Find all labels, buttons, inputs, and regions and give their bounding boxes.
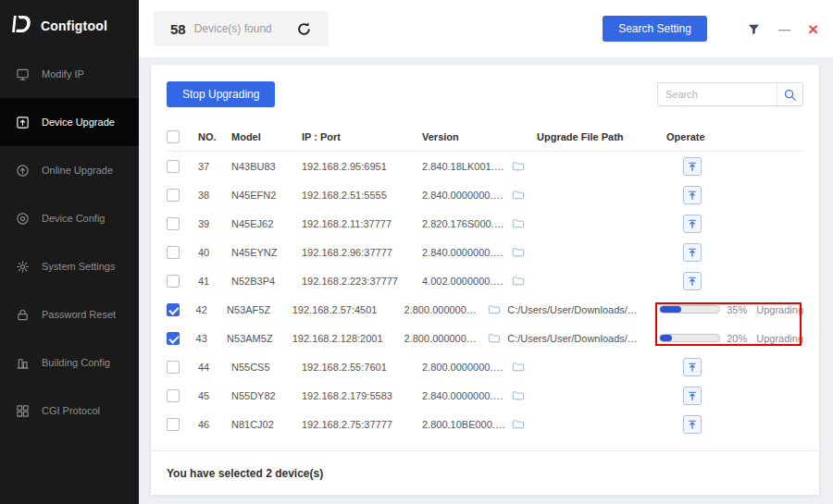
browse-file-icon[interactable] <box>511 389 526 402</box>
search-input[interactable] <box>658 84 777 104</box>
online-upgrade-icon <box>15 164 30 178</box>
sidebar-item-system-settings[interactable]: System Settings <box>0 242 139 290</box>
card-footer: You have selected 2 device(s) <box>151 450 819 495</box>
sidebar-item-label: Device Config <box>42 213 105 224</box>
browse-file-icon[interactable] <box>511 361 526 374</box>
sidebar-item-device-config[interactable]: Device Config <box>0 194 139 242</box>
upgrade-device-button[interactable] <box>683 415 702 434</box>
cell-operate <box>666 157 803 176</box>
cell-version: 4.002.0000000.6.R <box>422 276 511 287</box>
select-all-checkbox[interactable] <box>167 130 180 143</box>
sidebar-item-label: System Settings <box>42 261 115 272</box>
sidebar-item-cgi-protocol[interactable]: CGI Protocol <box>0 387 139 435</box>
cell-model: N53AF5Z <box>227 304 292 315</box>
cell-model: N55CS5 <box>231 362 302 373</box>
browse-file-icon[interactable] <box>511 217 526 230</box>
row-checkbox[interactable] <box>167 303 180 316</box>
row-checkbox[interactable] <box>167 246 180 259</box>
cell-version: 2.800.0000000.3... <box>404 304 488 315</box>
minimize-button[interactable]: — <box>778 23 790 35</box>
search-icon[interactable] <box>777 83 802 105</box>
upgrade-device-button[interactable] <box>683 387 702 405</box>
upgrade-device-button[interactable] <box>683 358 702 376</box>
device-row-41: 41N52B3P4192.168.2.223:377774.002.000000… <box>167 266 803 295</box>
cell-file-path <box>511 160 666 173</box>
device-row-45: 45N55DY82192.168.2.179:55832.840.0000000… <box>167 381 803 410</box>
device-row-38: 38N45EFN2192.168.2.51:55552.840.0000000.… <box>167 180 803 209</box>
cell-file-path <box>511 217 666 230</box>
upgrade-device-button[interactable] <box>683 243 702 262</box>
device-row-37: 37N43BU83192.168.2.95:69512.840.18LK001.… <box>167 152 803 180</box>
device-upgrade-panel: Stop Upgrading NO.ModelIP : PortVersionU… <box>151 65 819 495</box>
cell-file-path <box>511 275 666 288</box>
row-checkbox[interactable] <box>167 217 180 230</box>
cell-operate <box>666 186 803 204</box>
cell-ip-port: 192.168.2.75:37777 <box>302 419 422 430</box>
sidebar-item-modify-ip[interactable]: Modify IP <box>0 50 139 98</box>
row-checkbox[interactable] <box>167 332 180 345</box>
browse-file-icon[interactable] <box>487 332 502 345</box>
logo-icon <box>11 15 33 37</box>
cell-version: 2.800.0000000.27.T <box>404 333 488 344</box>
cell-no: 41 <box>198 276 231 287</box>
upgrade-device-button[interactable] <box>683 215 702 233</box>
refresh-icon[interactable] <box>296 21 312 37</box>
cell-operate <box>666 415 803 434</box>
sidebar-item-password-reset[interactable]: Password Reset <box>0 290 139 338</box>
cell-no: 42 <box>196 304 227 315</box>
upgrade-status-label: Upgrading <box>756 304 803 315</box>
browse-file-icon[interactable] <box>511 275 526 288</box>
column-header-no-: NO. <box>198 131 231 142</box>
browse-file-icon[interactable] <box>511 418 526 431</box>
cell-version: 2.840.0000000.1... <box>422 247 511 258</box>
upgrade-device-button[interactable] <box>683 272 702 290</box>
card-toolbar: Stop Upgrading <box>167 81 803 107</box>
cell-ip-port: 192.168.2.95:6951 <box>302 161 422 172</box>
row-checkbox[interactable] <box>167 275 180 288</box>
column-header-upgrade-file-path: Upgrade File Path <box>511 131 666 142</box>
row-checkbox[interactable] <box>167 160 180 173</box>
cell-no: 43 <box>196 333 227 344</box>
browse-file-icon[interactable] <box>511 189 526 202</box>
sidebar-item-label: CGI Protocol <box>42 405 100 416</box>
cell-operate <box>666 243 803 262</box>
cell-ip-port: 192.168.2.223:37777 <box>302 276 422 287</box>
browse-file-icon[interactable] <box>487 303 502 316</box>
row-checkbox[interactable] <box>167 361 180 374</box>
row-checkbox[interactable] <box>167 389 180 402</box>
window-controls: Search Setting — × <box>603 16 818 42</box>
search-setting-button[interactable]: Search Setting <box>603 16 707 42</box>
sidebar-item-online-upgrade[interactable]: Online Upgrade <box>0 146 139 194</box>
browse-file-icon[interactable] <box>511 160 526 173</box>
sidebar-item-device-upgrade[interactable]: Device Upgrade <box>0 98 139 146</box>
cell-ip-port: 192.168.2.11:37777 <box>302 218 422 229</box>
cell-no: 38 <box>198 190 231 201</box>
cell-version: 2.840.18LK001.0.R <box>422 161 511 172</box>
password-reset-icon <box>15 308 30 322</box>
cell-model: N52B3P4 <box>231 276 302 287</box>
cell-version: 2.800.10BE000.0.R <box>422 419 511 430</box>
column-header-model: Model <box>231 131 302 142</box>
system-settings-icon <box>15 260 30 274</box>
cell-model: N55DY82 <box>231 390 302 401</box>
device-row-39: 39N45EJ62192.168.2.11:377772.820.176S000… <box>167 209 803 238</box>
upgrade-device-button[interactable] <box>683 157 702 176</box>
upgrade-device-button[interactable] <box>683 186 702 204</box>
column-header-ip-port: IP : Port <box>302 131 422 142</box>
cell-file-path <box>511 189 666 202</box>
cell-model: N45EFN2 <box>231 190 302 201</box>
cell-no: 39 <box>198 218 231 229</box>
close-button[interactable]: × <box>808 20 818 38</box>
filter-icon[interactable] <box>747 22 761 36</box>
app-logo: Configtool <box>0 0 139 50</box>
stop-upgrading-button[interactable]: Stop Upgrading <box>167 81 275 107</box>
building-config-icon <box>15 356 30 370</box>
cell-ip-port: 192.168.2.57:4501 <box>292 304 404 315</box>
browse-file-icon[interactable] <box>511 246 526 259</box>
sidebar-item-building-config[interactable]: Building Config <box>0 338 139 387</box>
row-checkbox[interactable] <box>167 189 180 202</box>
row-checkbox[interactable] <box>167 418 180 431</box>
cell-no: 45 <box>198 390 231 401</box>
cell-version: 2.820.176S000.0.R <box>422 218 511 229</box>
search-box <box>657 82 803 106</box>
